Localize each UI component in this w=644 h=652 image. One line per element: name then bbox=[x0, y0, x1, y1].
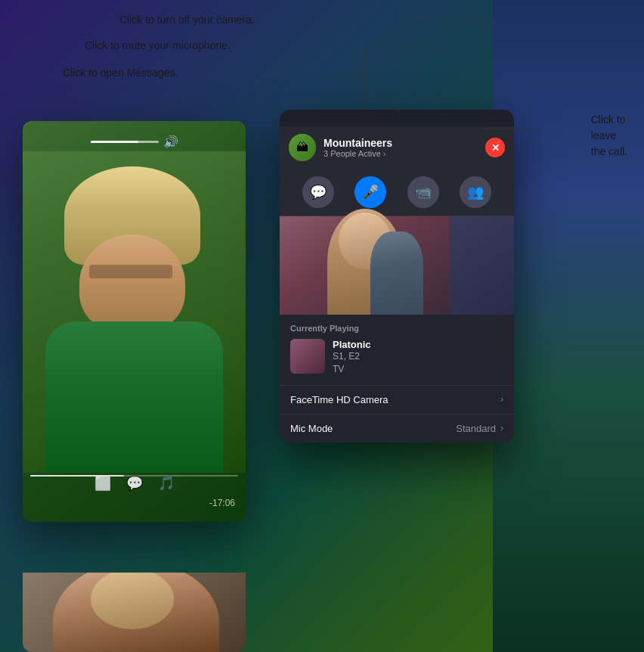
main-video-feed bbox=[280, 216, 450, 315]
facetime-hd-camera-chevron: › bbox=[500, 394, 503, 405]
mic-mode-item[interactable]: Mic Mode Standard › bbox=[280, 414, 514, 442]
mic-mode-value: Standard bbox=[456, 423, 496, 434]
volume-icon: 🔊 bbox=[163, 135, 178, 149]
facetime-hd-camera-label: FaceTime HD Camera bbox=[290, 394, 389, 405]
annotation-line-leave-v bbox=[539, 129, 540, 174]
facetime-panel: ▲ ⌕ ⬜• Mon Jun 5 9:41 AM 🏔 Mountaineers … bbox=[280, 110, 514, 442]
side-video-feed bbox=[450, 216, 514, 315]
video-timestamp: -17:06 bbox=[209, 498, 235, 508]
volume-bar[interactable]: 🔊 bbox=[91, 135, 178, 149]
video-background: 🔊 ⬜ 💬 🎵 -17:06 bbox=[23, 121, 246, 522]
audio-icon[interactable]: 🎵 bbox=[158, 475, 175, 492]
video-content bbox=[23, 151, 246, 473]
annotation-line-camera bbox=[398, 6, 399, 112]
annotation-line-mic-v bbox=[363, 48, 364, 110]
currently-playing-section: Currently Playing Platonic S1, E2 TV bbox=[280, 315, 514, 386]
video-player: 🔊 ⬜ 💬 🎵 -17:06 bbox=[23, 121, 246, 522]
close-call-button[interactable]: ✕ bbox=[485, 138, 505, 157]
message-button[interactable]: 💬 bbox=[302, 176, 334, 208]
camera-icon: 📹 bbox=[415, 184, 432, 200]
people-icon: 👥 bbox=[467, 184, 484, 200]
mic-mode-chevron: › bbox=[500, 423, 503, 433]
side-person-silhouette bbox=[370, 231, 423, 315]
subtitles-icon[interactable]: 💬 bbox=[126, 475, 143, 492]
group-info: Mountaineers 3 People Active › bbox=[324, 137, 485, 158]
group-sub: 3 People Active › bbox=[324, 149, 485, 158]
microphone-button[interactable]: 🎤 bbox=[355, 176, 386, 208]
video-button[interactable]: 📹 bbox=[407, 176, 439, 208]
annotation-line-mic-h bbox=[363, 48, 435, 48]
facetime-hd-camera-right: › bbox=[496, 394, 503, 405]
annotation-line-msg-h bbox=[316, 75, 365, 76]
annotation-leave: Click toleavethe call. bbox=[591, 112, 627, 160]
people-button[interactable]: 👥 bbox=[460, 176, 491, 208]
volume-track bbox=[91, 141, 159, 143]
show-info: Platonic S1, E2 TV bbox=[333, 339, 503, 376]
mic-mode-label: Mic Mode bbox=[290, 423, 333, 434]
currently-playing-label: Currently Playing bbox=[290, 324, 503, 333]
face bbox=[79, 234, 185, 333]
currently-playing-content: Platonic S1, E2 TV bbox=[290, 339, 503, 376]
airplay-icon[interactable]: ⬜ bbox=[94, 475, 111, 492]
facetime-controls: 💬 🎤 📹 👥 bbox=[280, 169, 514, 216]
show-subtitle: S1, E2 TV bbox=[333, 350, 503, 376]
glasses bbox=[89, 265, 172, 278]
annotation-line-camera-h bbox=[398, 21, 497, 22]
message-icon: 💬 bbox=[310, 184, 327, 200]
group-avatar: 🏔 bbox=[289, 134, 316, 161]
microphone-icon: 🎤 bbox=[362, 184, 379, 200]
facetime-header: 🏔 Mountaineers 3 People Active › ✕ bbox=[280, 126, 514, 169]
mic-mode-right: Standard › bbox=[456, 423, 503, 434]
annotation-camera: Click to turn off your camera. bbox=[119, 14, 255, 26]
show-thumbnail bbox=[290, 339, 325, 374]
right-background bbox=[493, 0, 644, 652]
video-controls: ⬜ 💬 🎵 bbox=[23, 475, 246, 492]
thumbnail-bg bbox=[290, 339, 325, 374]
annotation-microphone: Click to mute your microphone. bbox=[85, 39, 231, 51]
jacket bbox=[45, 321, 223, 473]
annotation-messages: Click to open Messages. bbox=[63, 67, 178, 79]
facetime-hd-camera-item[interactable]: FaceTime HD Camera › bbox=[280, 386, 514, 414]
show-title: Platonic bbox=[333, 339, 503, 350]
volume-fill bbox=[91, 141, 138, 143]
bottom-video-strip bbox=[23, 573, 246, 652]
group-name: Mountaineers bbox=[324, 137, 485, 149]
annotation-line-leave-h bbox=[479, 129, 540, 129]
facetime-video-feed bbox=[280, 216, 514, 315]
